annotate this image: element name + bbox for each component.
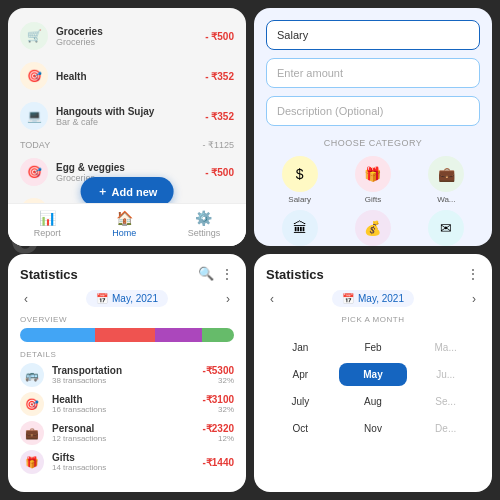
month-may[interactable]: May xyxy=(339,363,408,386)
month-display-2[interactable]: 📅 May, 2021 xyxy=(332,290,414,307)
report-icon: 📊 xyxy=(39,210,56,226)
statistics-panel: Statistics 🔍 ⋮ ‹ 📅 May, 2021 › OVERVIEW … xyxy=(8,254,246,492)
amount-field[interactable]: Enter amount xyxy=(266,58,480,88)
list-item[interactable]: 💼 Personal 12 transactions -₹2320 12% xyxy=(20,421,234,445)
category-salary[interactable]: $ Salary xyxy=(266,156,333,204)
tx-name: Egg & veggies xyxy=(56,162,197,173)
category-interest[interactable]: 🏛 Interest xyxy=(266,210,333,246)
interest-icon: 🏛 xyxy=(282,210,318,246)
allowance-icon: ✉ xyxy=(428,210,464,246)
tx-sub: Bar & cafe xyxy=(56,117,197,127)
description-field[interactable]: Description (Optional) xyxy=(266,96,480,126)
add-expense-panel: Salary Enter amount Description (Optiona… xyxy=(254,8,492,246)
category-allowance[interactable]: ✉ Allow... xyxy=(413,210,480,246)
statistics-title-2: Statistics xyxy=(266,267,324,282)
home-icon: 🏠 xyxy=(116,210,133,226)
month-nav: ‹ 📅 May, 2021 › xyxy=(20,290,234,307)
list-item[interactable]: 🎁 Gifts 14 transactions -₹1440 xyxy=(20,450,234,474)
gifts-icon: 🎁 xyxy=(20,450,44,474)
tx-sub: Groceries xyxy=(56,37,197,47)
month-picker-panel: Statistics ⋮ ‹ 📅 May, 2021 › PICK A MONT… xyxy=(254,254,492,492)
bottom-nav: 📊 Report 🏠 Home ⚙️ Settings xyxy=(8,203,246,246)
tx-amount: - ₹500 xyxy=(205,31,234,42)
tx-amount: - ₹352 xyxy=(205,111,234,122)
category-gifts[interactable]: 🎁 Gifts xyxy=(339,156,406,204)
month-jan[interactable]: Jan xyxy=(266,336,335,359)
more-icon-2[interactable]: ⋮ xyxy=(466,266,480,282)
gifts-icon: 🎁 xyxy=(355,156,391,192)
progress-transportation xyxy=(20,328,95,342)
month-mar[interactable]: Ma... xyxy=(411,336,480,359)
list-item[interactable]: 🛒 Groceries Groceries - ₹500 xyxy=(8,16,246,56)
month-nov[interactable]: Nov xyxy=(339,417,408,440)
category-label: CHOOSE CATEGORY xyxy=(266,138,480,148)
nav-settings[interactable]: ⚙️ Settings xyxy=(188,210,221,238)
stat-header: Statistics 🔍 ⋮ xyxy=(20,266,234,282)
tx-name: Groceries xyxy=(56,26,197,37)
month-nav-2: ‹ 📅 May, 2021 › xyxy=(266,290,480,307)
date-header: TODAY - ₹1125 xyxy=(8,136,246,152)
calendar-icon-2: 📅 xyxy=(342,293,354,304)
calendar-icon: 📅 xyxy=(96,293,108,304)
month-feb[interactable]: Feb xyxy=(339,336,408,359)
wallet-icon: 💼 xyxy=(428,156,464,192)
transaction-panel: 🛒 Groceries Groceries - ₹500 🎯 Health - … xyxy=(8,8,246,246)
search-icon[interactable]: 🔍 xyxy=(198,266,214,282)
month-jul[interactable]: July xyxy=(266,390,335,413)
overview-progress-bar xyxy=(20,328,234,342)
more-icon[interactable]: ⋮ xyxy=(220,266,234,282)
personal-icon: 💼 xyxy=(20,421,44,445)
list-item[interactable]: 🚌 Transportation 38 transactions -₹5300 … xyxy=(20,363,234,387)
savings-icon: 💰 xyxy=(355,210,391,246)
tx-icon-hangout: 💻 xyxy=(20,102,48,130)
tx-icon-groceries: 🛒 xyxy=(20,22,48,50)
health-icon: 🎯 xyxy=(20,392,44,416)
category-savings[interactable]: 💰 Savings xyxy=(339,210,406,246)
nav-home[interactable]: 🏠 Home xyxy=(112,210,136,238)
prev-month-button-2[interactable]: ‹ xyxy=(266,292,278,306)
progress-health xyxy=(95,328,155,342)
progress-personal xyxy=(155,328,202,342)
tx-name: Health xyxy=(56,71,197,82)
category-wallet[interactable]: 💼 Wa... xyxy=(413,156,480,204)
tx-amount: - ₹352 xyxy=(205,71,234,82)
overview-label: OVERVIEW xyxy=(20,315,234,324)
nav-report[interactable]: 📊 Report xyxy=(34,210,61,238)
tx-amount: - ₹500 xyxy=(205,167,234,178)
month-grid: Jan Feb Ma... Apr May Ju... July Aug Se.… xyxy=(266,336,480,440)
month-jun[interactable]: Ju... xyxy=(411,363,480,386)
list-item[interactable]: 🎯 Health 16 transactions -₹3100 32% xyxy=(20,392,234,416)
next-month-button[interactable]: › xyxy=(222,292,234,306)
next-month-button-2[interactable]: › xyxy=(468,292,480,306)
month-dec[interactable]: De... xyxy=(411,417,480,440)
list-item[interactable]: 💻 Hangouts with Sujay Bar & cafe - ₹352 xyxy=(8,96,246,136)
stat-actions: 🔍 ⋮ xyxy=(198,266,234,282)
prev-month-button[interactable]: ‹ xyxy=(20,292,32,306)
stat-header-2: Statistics ⋮ xyxy=(266,266,480,282)
salary-icon: $ xyxy=(282,156,318,192)
settings-icon: ⚙️ xyxy=(195,210,212,226)
pick-month-label: PICK A MONTH xyxy=(266,315,480,324)
progress-gifts xyxy=(202,328,234,342)
month-aug[interactable]: Aug xyxy=(339,390,408,413)
month-apr[interactable]: Apr xyxy=(266,363,335,386)
month-oct[interactable]: Oct xyxy=(266,417,335,440)
details-label: DETAILS xyxy=(20,350,234,359)
month-display[interactable]: 📅 May, 2021 xyxy=(86,290,168,307)
tx-icon-health: 🎯 xyxy=(20,62,48,90)
category-grid: $ Salary 🎁 Gifts 💼 Wa... 🏛 Interest 💰 Sa xyxy=(266,156,480,246)
add-new-button[interactable]: ＋ Add new xyxy=(81,177,174,206)
tx-name: Hangouts with Sujay xyxy=(56,106,197,117)
month-sep[interactable]: Se... xyxy=(411,390,480,413)
statistics-title: Statistics xyxy=(20,267,78,282)
transportation-icon: 🚌 xyxy=(20,363,44,387)
plus-icon: ＋ xyxy=(97,184,108,199)
list-item[interactable]: 🎯 Health - ₹352 xyxy=(8,56,246,96)
salary-field[interactable]: Salary xyxy=(266,20,480,50)
tx-icon-egg: 🎯 xyxy=(20,158,48,186)
